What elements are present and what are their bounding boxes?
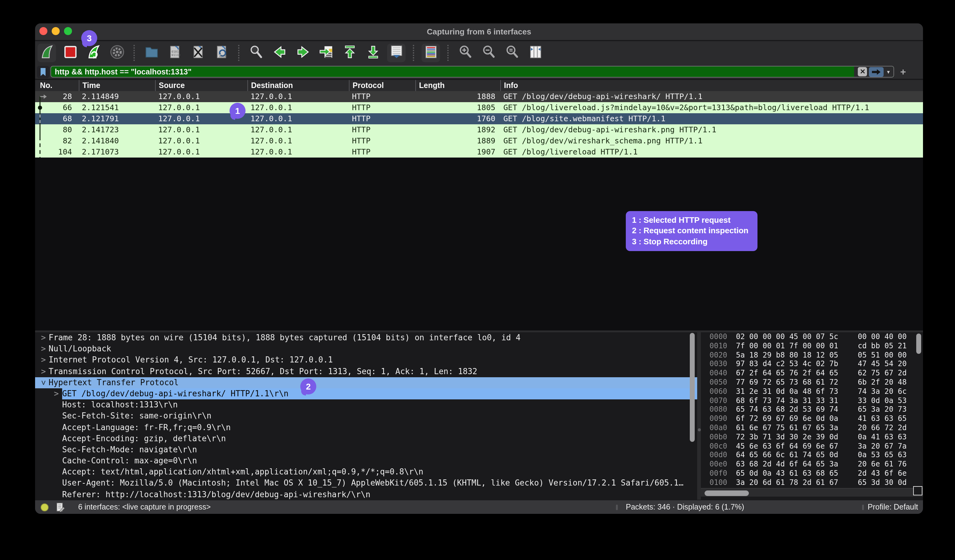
detail-line[interactable]: >Frame 28: 1888 bytes on wire (15104 bit… xyxy=(35,332,697,343)
detail-line[interactable]: >Hypertext Transfer Protocol xyxy=(35,377,697,388)
hex-row-00c0[interactable]: 00c045 6e 63 6f 64 69 6e 673a 20 67 7a xyxy=(701,441,923,451)
filter-clear-button[interactable]: ✕ xyxy=(858,67,867,76)
colorize-packets-button[interactable] xyxy=(421,44,440,62)
hex-bytes-group1: 02 00 00 00 45 00 07 5c xyxy=(736,332,838,341)
details-scrollbar-thumb[interactable] xyxy=(690,333,695,442)
hex-row-0020[interactable]: 00205a 18 29 b8 80 18 12 0505 51 00 00 xyxy=(701,350,923,360)
collapse-chevron-icon[interactable]: > xyxy=(38,379,49,387)
stop-capture-icon xyxy=(63,44,78,62)
capture-options-button[interactable] xyxy=(108,44,126,62)
packet-row-68[interactable]: 682.121791127.0.0.1127.0.0.1HTTP1760GET … xyxy=(35,113,923,124)
hex-horizontal-scrollbar-thumb[interactable] xyxy=(705,490,749,496)
detail-line[interactable]: User-Agent: Mozilla/5.0 (Macintosh; Inte… xyxy=(35,478,697,489)
expert-info-button[interactable] xyxy=(41,504,49,512)
expand-chevron-icon[interactable]: > xyxy=(39,366,47,377)
hex-bytes-group1: 67 2f 64 65 76 2f 64 65 xyxy=(736,369,838,378)
packet-row-82[interactable]: 822.141840127.0.0.1127.0.0.1HTTP1889GET … xyxy=(35,135,923,147)
detail-line-text: User-Agent: Mozilla/5.0 (Macintosh; Inte… xyxy=(62,478,683,489)
zoom-out-button[interactable] xyxy=(479,44,498,62)
hex-row-0030[interactable]: 003097 83 d4 c2 53 4c 02 7b47 45 54 20 xyxy=(701,360,923,369)
packet-row-104[interactable]: 1042.171073127.0.0.1127.0.0.1HTTP1907GET… xyxy=(35,147,923,158)
detail-line[interactable]: Accept: text/html,application/xhtml+xml,… xyxy=(35,467,697,478)
packet-row-66[interactable]: 662.121541127.0.0.1127.0.0.1HTTP1805GET … xyxy=(35,102,923,113)
detail-line[interactable]: >GET /blog/dev/debug-api-wireshark/ HTTP… xyxy=(35,388,697,399)
detail-line[interactable]: Sec-Fetch-Site: same-origin\r\n xyxy=(35,411,697,422)
detail-line[interactable]: >Internet Protocol Version 4, Src: 127.0… xyxy=(35,355,697,366)
column-header-no[interactable]: No. xyxy=(35,80,79,91)
profile-text[interactable]: Profile: Default xyxy=(867,500,918,514)
stop-capture-button[interactable] xyxy=(61,44,79,62)
hex-row-00a0[interactable]: 00a061 6e 67 75 61 67 65 3a20 66 72 2d xyxy=(701,423,923,433)
filter-bookmark-icon[interactable] xyxy=(37,66,49,78)
packet-cell-info: GET /blog/site.webmanifest HTTP/1.1 xyxy=(500,113,923,124)
splitter-handle-dot xyxy=(698,428,701,432)
hex-horizontal-scrollbar[interactable] xyxy=(701,488,923,497)
capture-status-text: 6 interfaces: <live capture in progress> xyxy=(78,500,211,514)
display-filter-input[interactable]: http && http.host == "localhost:1313" ✕ … xyxy=(50,66,894,78)
open-capture-file-button[interactable] xyxy=(142,44,161,62)
reload-capture-file-icon: 01110 xyxy=(214,44,229,62)
close-capture-file-icon xyxy=(191,44,206,62)
close-capture-file-button[interactable] xyxy=(189,44,207,62)
column-header-source[interactable]: Source xyxy=(155,80,247,91)
packet-row-28[interactable]: 282.114849127.0.0.1127.0.0.1HTTP1888GET … xyxy=(35,91,923,102)
hex-offset: 0030 xyxy=(709,360,727,369)
detail-line[interactable]: Referer: http://localhost:1313/blog/dev/… xyxy=(35,489,697,500)
hex-row-0070[interactable]: 007068 6f 73 74 3a 31 33 3133 0d 0a 53 xyxy=(701,396,923,405)
display-filter-value[interactable]: http && http.host == "localhost:1313" xyxy=(51,67,855,76)
restart-capture-button[interactable] xyxy=(84,44,103,62)
go-forward-button[interactable] xyxy=(294,44,312,62)
find-packet-button[interactable] xyxy=(247,44,265,62)
hex-row-0080[interactable]: 008065 74 63 68 2d 53 69 7465 3a 20 73 xyxy=(701,405,923,415)
column-header-length[interactable]: Length xyxy=(415,80,500,91)
go-first-packet-button[interactable] xyxy=(340,44,359,62)
detail-line[interactable]: >Transmission Control Protocol, Src Port… xyxy=(35,366,697,377)
save-capture-file-button[interactable]: 010101110 xyxy=(166,44,184,62)
filter-apply-button[interactable] xyxy=(869,67,884,77)
pane-resize-corner[interactable] xyxy=(913,486,922,495)
go-to-packet-button[interactable] xyxy=(317,44,335,62)
expand-chevron-icon[interactable]: > xyxy=(39,355,47,366)
go-last-packet-button[interactable] xyxy=(364,44,382,62)
column-header-info[interactable]: Info xyxy=(500,80,923,91)
hex-row-0060[interactable]: 006031 2e 31 0d 0a 48 6f 7374 3a 20 6c xyxy=(701,387,923,396)
annotation-legend: 1 : Selected HTTP request2 : Request con… xyxy=(626,211,758,251)
column-header-time[interactable]: Time xyxy=(79,80,155,91)
hex-bytes-group2: 65 3a 20 73 xyxy=(858,405,907,415)
hex-dump-rows: 000002 00 00 00 45 00 07 5c00 00 40 0000… xyxy=(701,332,923,496)
detail-line[interactable]: Accept-Language: fr-FR,fr;q=0.9\r\n xyxy=(35,422,697,433)
hex-row-0090[interactable]: 00906f 72 69 67 69 6e 0d 0a41 63 63 65 xyxy=(701,414,923,423)
detail-line[interactable]: Host: localhost:1313\r\n xyxy=(35,399,697,410)
hex-row-00d0[interactable]: 00d064 65 66 6c 61 74 65 0d0a 53 65 63 xyxy=(701,451,923,460)
hex-row-00f0[interactable]: 00f065 0d 0a 43 61 63 68 652d 43 6f 6e xyxy=(701,469,923,478)
hex-row-00e0[interactable]: 00e063 68 2d 4d 6f 64 65 3a20 6e 61 76 xyxy=(701,460,923,469)
detail-line[interactable]: >Null/Loopback xyxy=(35,343,697,355)
filter-history-chevron-icon[interactable]: ▾ xyxy=(886,69,891,75)
hex-vertical-scrollbar-thumb[interactable] xyxy=(916,333,921,354)
hex-row-0010[interactable]: 00107f 00 00 01 7f 00 00 01cd bb 05 21 xyxy=(701,341,923,351)
hex-row-0050[interactable]: 005077 69 72 65 73 68 61 726b 2f 20 48 xyxy=(701,378,923,387)
wireshark-fin-button[interactable] xyxy=(38,44,56,62)
resize-columns-button[interactable] xyxy=(526,44,545,62)
detail-line[interactable]: Sec-Fetch-Mode: navigate\r\n xyxy=(35,444,697,455)
hex-row-00b0[interactable]: 00b072 3b 71 3d 30 2e 39 0d0a 41 63 63 xyxy=(701,433,923,442)
hex-row-0040[interactable]: 004067 2f 64 65 76 2f 64 6562 75 67 2d xyxy=(701,369,923,378)
go-back-button[interactable] xyxy=(270,44,289,62)
hex-row-0100[interactable]: 01003a 20 6d 61 78 2d 61 6765 3d 30 0d xyxy=(701,478,923,487)
zoom-in-button[interactable] xyxy=(456,44,474,62)
zoom-reset-button[interactable] xyxy=(503,44,521,62)
column-header-destination[interactable]: Destination xyxy=(247,80,349,91)
detail-line[interactable]: Cache-Control: max-age=0\r\n xyxy=(35,455,697,466)
column-header-protocol[interactable]: Protocol xyxy=(349,80,415,91)
expand-chevron-icon[interactable]: > xyxy=(39,332,47,343)
packet-row-80[interactable]: 802.141723127.0.0.1127.0.0.1HTTP1892GET … xyxy=(35,124,923,135)
expand-chevron-icon[interactable]: > xyxy=(39,343,47,355)
expand-chevron-icon[interactable]: > xyxy=(52,388,60,399)
vertical-splitter[interactable] xyxy=(697,332,701,500)
reload-capture-file-button[interactable]: 01110 xyxy=(212,44,231,62)
detail-line[interactable]: Accept-Encoding: gzip, deflate\r\n xyxy=(35,433,697,444)
capture-comment-icon[interactable] xyxy=(55,502,65,512)
auto-scroll-button[interactable] xyxy=(387,44,405,62)
filter-add-button[interactable]: + xyxy=(900,66,906,77)
hex-row-0000[interactable]: 000002 00 00 00 45 00 07 5c00 00 40 00 xyxy=(701,332,923,341)
